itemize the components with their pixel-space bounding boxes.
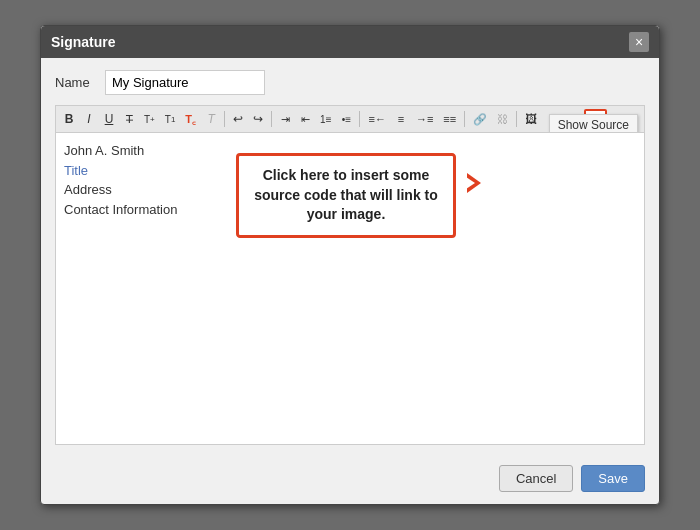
toolbar-underline[interactable]: U [100, 109, 118, 129]
toolbar-italic[interactable]: I [80, 109, 98, 129]
toolbar-align-center[interactable]: ≡ [392, 109, 410, 129]
toolbar-separator-5 [516, 111, 517, 127]
toolbar-italic2[interactable]: T [202, 109, 220, 129]
editor-area[interactable]: John A. Smith Title Address Contact Info… [55, 132, 645, 445]
name-label: Name [55, 75, 95, 90]
toolbar-bold[interactable]: B [60, 109, 78, 129]
toolbar-highlight[interactable]: T꜀ [181, 109, 200, 129]
toolbar-ol[interactable]: 1≡ [316, 109, 335, 129]
toolbar-redo[interactable]: ↪ [249, 109, 267, 129]
name-row: Name [55, 70, 645, 95]
dialog-footer: Cancel Save [41, 457, 659, 504]
toolbar-separator-3 [359, 111, 360, 127]
dialog-title-bar: Signature × [41, 26, 659, 58]
toolbar-image[interactable]: 🖼 [521, 109, 541, 129]
save-button[interactable]: Save [581, 465, 645, 492]
toolbar-separator-1 [224, 111, 225, 127]
toolbar-indent[interactable]: ⇥ [276, 109, 294, 129]
toolbar-justify[interactable]: ≡≡ [439, 109, 460, 129]
cancel-button[interactable]: Cancel [499, 465, 573, 492]
close-button[interactable]: × [629, 32, 649, 52]
name-input[interactable] [105, 70, 265, 95]
toolbar-align-left[interactable]: ≡← [364, 109, 389, 129]
toolbar-separator-2 [271, 111, 272, 127]
signature-dialog: Signature × Name B I U T̶ T+ T1 T꜀ T ↩ ↪… [40, 25, 660, 505]
toolbar-ul[interactable]: •≡ [337, 109, 355, 129]
callout-box: Click here to insert some source code th… [236, 153, 456, 238]
toolbar-superscript[interactable]: T+ [140, 109, 159, 129]
toolbar-separator-4 [464, 111, 465, 127]
dialog-body: Name B I U T̶ T+ T1 T꜀ T ↩ ↪ ⇥ ⇤ 1≡ •≡ ≡… [41, 58, 659, 457]
toolbar-strikethrough[interactable]: T̶ [120, 109, 138, 129]
dialog-title: Signature [51, 34, 116, 50]
toolbar-undo[interactable]: ↩ [229, 109, 247, 129]
toolbar-link[interactable]: 🔗 [469, 109, 491, 129]
editor-toolbar: B I U T̶ T+ T1 T꜀ T ↩ ↪ ⇥ ⇤ 1≡ •≡ ≡← ≡ →… [55, 105, 645, 132]
toolbar-unlink[interactable]: ⛓ [493, 109, 512, 129]
callout-text: Click here to insert some source code th… [254, 167, 438, 222]
toolbar-subscript[interactable]: T1 [161, 109, 180, 129]
toolbar-align-right[interactable]: →≡ [412, 109, 437, 129]
toolbar-outdent[interactable]: ⇤ [296, 109, 314, 129]
